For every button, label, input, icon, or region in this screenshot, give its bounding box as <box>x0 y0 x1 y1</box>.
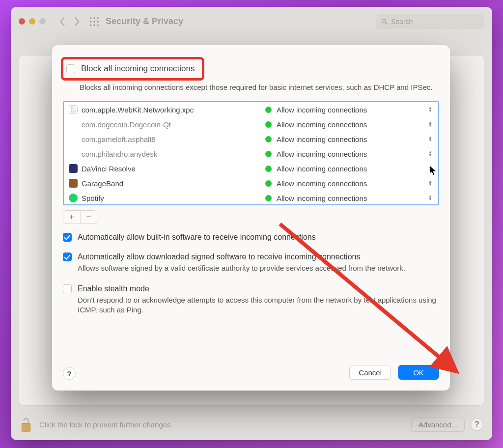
status-indicator-icon <box>265 166 272 172</box>
footer: Click the lock to prevent further change… <box>20 413 483 436</box>
app-name-cell: com.gameloft.asphalt8 <box>69 135 265 143</box>
app-status-cell[interactable]: Allow incoming connections▲▼ <box>265 106 433 114</box>
app-status-cell[interactable]: Allow incoming connections▲▼ <box>265 135 433 143</box>
app-name: Spotify <box>82 194 104 202</box>
app-name: com.philandro.anydesk <box>82 150 157 158</box>
auto-builtin-row[interactable]: Automatically allow built-in software to… <box>63 233 439 242</box>
app-name: DaVinci Resolve <box>82 165 136 173</box>
app-name-cell: com.philandro.anydesk <box>69 149 265 158</box>
stealth-checkbox[interactable] <box>63 284 72 293</box>
app-name: com.dogecoin.Dogecoin-Qt <box>82 120 171 129</box>
auto-builtin-label: Automatically allow built-in software to… <box>78 233 316 242</box>
app-status-cell[interactable]: Allow incoming connections▲▼ <box>265 165 433 173</box>
zoom-window-button[interactable] <box>39 18 46 25</box>
advanced-button[interactable]: Advanced... <box>411 418 465 432</box>
app-row[interactable]: com.apple.WebKit.Networking.xpcAllow inc… <box>64 102 438 117</box>
app-status-cell[interactable]: Allow incoming connections▲▼ <box>265 179 433 188</box>
app-name-cell: DaVinci Resolve <box>69 164 265 173</box>
auto-signed-subtext: Allows software signed by a valid certif… <box>78 263 439 273</box>
app-status-text: Allow incoming connections <box>277 150 367 158</box>
status-indicator-icon <box>265 107 272 113</box>
block-all-checkbox-row[interactable]: Block all incoming connections <box>64 61 199 77</box>
auto-signed-checkbox[interactable] <box>63 252 72 261</box>
add-remove-toolbar: + − <box>63 210 97 224</box>
app-list[interactable]: com.apple.WebKit.Networking.xpcAllow inc… <box>63 101 439 205</box>
status-indicator-icon <box>265 136 272 142</box>
app-status-cell[interactable]: Allow incoming connections▲▼ <box>265 150 433 158</box>
app-name-cell: com.apple.WebKit.Networking.xpc <box>69 105 265 114</box>
close-window-button[interactable] <box>19 18 25 25</box>
back-button[interactable] <box>56 14 68 29</box>
app-status-text: Allow incoming connections <box>277 179 367 188</box>
app-name-cell: GarageBand <box>69 179 265 188</box>
app-row[interactable]: com.philandro.anydeskAllow incoming conn… <box>64 146 438 161</box>
app-icon <box>69 194 78 202</box>
app-name-cell: Spotify <box>69 194 265 202</box>
app-status-text: Allow incoming connections <box>277 120 367 129</box>
app-name: com.gameloft.asphalt8 <box>82 135 156 143</box>
annotation-highlight-box: Block all incoming connections <box>61 57 204 81</box>
show-all-icon[interactable] <box>89 16 100 27</box>
app-status-cell[interactable]: Allow incoming connections▲▼ <box>265 194 433 202</box>
status-stepper-icon[interactable]: ▲▼ <box>427 107 433 112</box>
lock-hint-text: Click the lock to prevent further change… <box>39 420 173 429</box>
help-button[interactable]: ? <box>471 418 483 431</box>
app-icon <box>69 179 78 188</box>
window-controls <box>19 18 46 25</box>
sheet-help-button[interactable]: ? <box>63 367 76 380</box>
firewall-options-sheet: Block all incoming connections Blocks al… <box>52 45 450 391</box>
search-input[interactable]: Search <box>376 14 484 29</box>
titlebar: Security & Privacy Search <box>11 7 492 36</box>
block-all-subtext: Blocks all incoming connections except t… <box>80 83 439 92</box>
app-name: GarageBand <box>82 179 123 188</box>
app-status-text: Allow incoming connections <box>277 135 367 143</box>
app-status-cell[interactable]: Allow incoming connections▲▼ <box>265 120 433 129</box>
svg-line-1 <box>386 22 387 24</box>
auto-signed-row[interactable]: Automatically allow downloaded signed so… <box>63 252 439 261</box>
status-stepper-icon[interactable]: ▲▼ <box>427 195 433 201</box>
add-app-button[interactable]: + <box>63 211 80 224</box>
app-row[interactable]: GarageBandAllow incoming connections▲▼ <box>64 176 438 191</box>
status-indicator-icon <box>265 151 272 157</box>
status-stepper-icon[interactable]: ▲▼ <box>427 180 433 186</box>
window-title: Security & Privacy <box>106 16 183 27</box>
app-row[interactable]: com.gameloft.asphalt8Allow incoming conn… <box>64 132 438 146</box>
block-all-label: Block all incoming connections <box>81 64 195 74</box>
status-indicator-icon <box>265 121 272 128</box>
lock-icon[interactable] <box>20 416 32 433</box>
status-stepper-icon[interactable]: ▲▼ <box>427 121 433 127</box>
stealth-label: Enable stealth mode <box>78 284 149 293</box>
app-row[interactable]: com.dogecoin.Dogecoin-QtAllow incoming c… <box>64 117 438 132</box>
mouse-cursor <box>429 165 438 176</box>
status-indicator-icon <box>265 180 272 187</box>
remove-app-button[interactable]: − <box>80 211 97 224</box>
auto-builtin-checkbox[interactable] <box>63 233 72 242</box>
app-row[interactable]: SpotifyAllow incoming connections▲▼ <box>64 191 438 205</box>
stealth-subtext: Don't respond to or acknowledge attempts… <box>78 295 439 315</box>
block-all-checkbox[interactable] <box>66 64 75 73</box>
status-stepper-icon[interactable]: ▲▼ <box>427 151 433 157</box>
app-status-text: Allow incoming connections <box>277 165 367 173</box>
app-icon <box>69 105 78 114</box>
forward-button[interactable] <box>71 14 83 29</box>
app-name: com.apple.WebKit.Networking.xpc <box>82 106 194 114</box>
search-placeholder: Search <box>391 18 413 26</box>
minimize-window-button[interactable] <box>29 18 35 25</box>
app-status-text: Allow incoming connections <box>277 194 367 202</box>
status-stepper-icon[interactable]: ▲▼ <box>427 136 433 142</box>
search-icon <box>381 18 388 25</box>
app-row[interactable]: DaVinci ResolveAllow incoming connection… <box>64 161 438 176</box>
stealth-row[interactable]: Enable stealth mode <box>63 284 439 293</box>
status-indicator-icon <box>265 195 272 201</box>
app-icon <box>69 164 78 173</box>
ok-button[interactable]: OK <box>398 365 439 380</box>
cancel-button[interactable]: Cancel <box>349 365 391 380</box>
auto-signed-label: Automatically allow downloaded signed so… <box>78 252 360 261</box>
app-status-text: Allow incoming connections <box>277 106 367 114</box>
app-name-cell: com.dogecoin.Dogecoin-Qt <box>69 120 265 129</box>
